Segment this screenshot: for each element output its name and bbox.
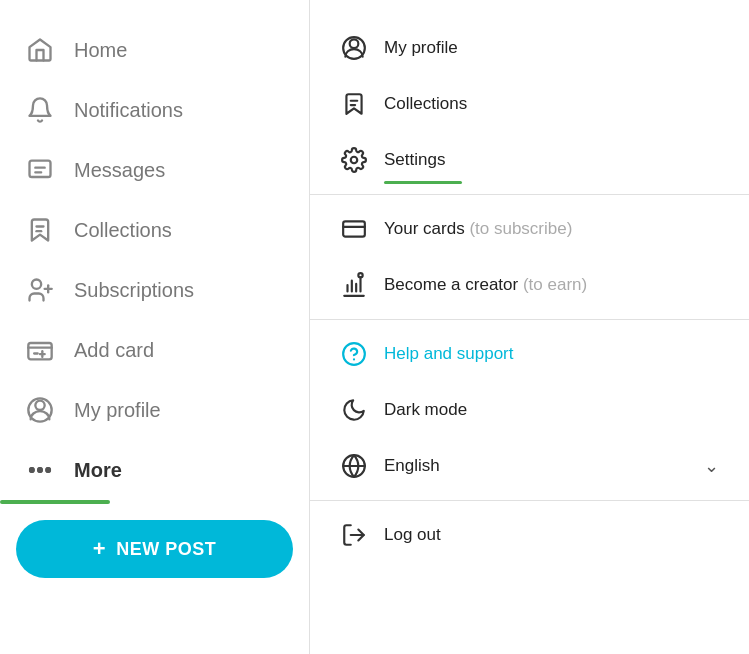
settings-icon (340, 146, 368, 174)
right-item-logout[interactable]: Log out (310, 507, 749, 563)
yourcard-icon (340, 215, 368, 243)
sidebar-item-myprofile[interactable]: My profile (0, 380, 309, 440)
right-item-label: English (384, 456, 440, 476)
bell-icon (24, 94, 56, 126)
right-item-darkmode[interactable]: Dark mode (310, 382, 749, 438)
right-item-label: Dark mode (384, 400, 467, 420)
right-item-creator[interactable]: Become a creator (to earn) (310, 257, 749, 313)
right-item-label: Settings (384, 150, 445, 170)
svg-point-3 (32, 280, 41, 289)
chevron-down-icon: ⌄ (704, 455, 719, 477)
subscriptions-icon (24, 274, 56, 306)
creator-icon (340, 271, 368, 299)
profile-icon (340, 34, 368, 62)
right-item-label: Become a creator (to earn) (384, 275, 587, 295)
svg-rect-0 (30, 161, 51, 177)
card-icon (24, 334, 56, 366)
right-item-language[interactable]: English ⌄ (310, 438, 749, 494)
language-icon (340, 452, 368, 480)
collections-icon (24, 214, 56, 246)
sidebar-item-label: Messages (74, 159, 165, 182)
sidebar-item-label: Collections (74, 219, 172, 242)
right-item-label: Help and support (384, 344, 513, 364)
divider (310, 194, 749, 195)
divider-2 (310, 319, 749, 320)
collections-icon (340, 90, 368, 118)
sidebar-item-more[interactable]: More (0, 440, 309, 500)
right-item-yourcards[interactable]: Your cards (to subscribe) (310, 201, 749, 257)
more-active-indicator (0, 500, 110, 504)
sidebar-item-collections[interactable]: Collections (0, 200, 309, 260)
svg-point-23 (351, 157, 358, 164)
svg-point-19 (350, 39, 359, 48)
darkmode-icon (340, 396, 368, 424)
svg-point-27 (358, 273, 362, 277)
logout-icon (340, 521, 368, 549)
sidebar: Home Notifications Messages (0, 0, 310, 654)
settings-active-indicator (384, 181, 462, 184)
divider-3 (310, 500, 749, 501)
new-post-button[interactable]: + NEW POST (16, 520, 293, 578)
sidebar-item-label: Add card (74, 339, 154, 362)
sidebar-item-label: My profile (74, 399, 161, 422)
right-item-label: My profile (384, 38, 458, 58)
svg-point-11 (35, 401, 44, 410)
sidebar-item-notifications[interactable]: Notifications (0, 80, 309, 140)
sidebar-item-label: Subscriptions (74, 279, 194, 302)
right-item-help[interactable]: Help and support (310, 326, 749, 382)
right-item-settings[interactable]: Settings (310, 132, 749, 188)
plus-icon: + (93, 536, 106, 562)
home-icon (24, 34, 56, 66)
right-panel: My profile Collections Settings (310, 0, 749, 654)
sidebar-item-subscriptions[interactable]: Subscriptions (0, 260, 309, 320)
right-item-label: Your cards (to subscribe) (384, 219, 572, 239)
right-item-label: Log out (384, 525, 441, 545)
right-item-myprofile[interactable]: My profile (310, 20, 749, 76)
new-post-label: NEW POST (116, 539, 216, 560)
right-item-label: Collections (384, 94, 467, 114)
sidebar-item-label: More (74, 459, 122, 482)
sidebar-item-label: Notifications (74, 99, 183, 122)
profile-icon (24, 394, 56, 426)
svg-rect-6 (28, 343, 51, 359)
message-icon (24, 154, 56, 186)
sidebar-item-label: Home (74, 39, 127, 62)
sidebar-item-messages[interactable]: Messages (0, 140, 309, 200)
sidebar-item-home[interactable]: Home (0, 20, 309, 80)
svg-rect-24 (343, 221, 365, 236)
sidebar-item-addcard[interactable]: Add card (0, 320, 309, 380)
help-icon (340, 340, 368, 368)
right-item-collections[interactable]: Collections (310, 76, 749, 132)
more-icon (24, 454, 56, 486)
